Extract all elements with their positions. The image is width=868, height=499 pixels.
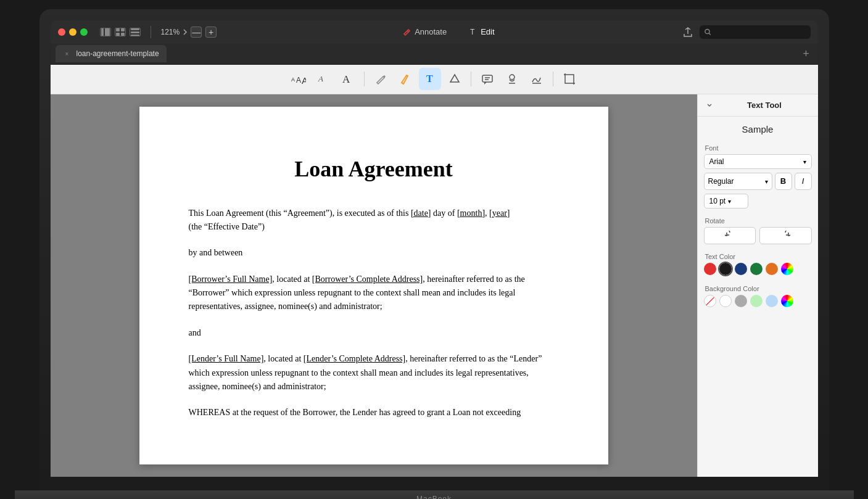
font-style-dropdown[interactable]: Regular — [704, 173, 772, 190]
text-tool-button[interactable]: T — [419, 68, 441, 90]
text-color-black[interactable] — [719, 263, 732, 275]
text-color-green[interactable] — [750, 263, 763, 275]
paragraph-2: by and between — [189, 246, 559, 260]
grid-view-icon[interactable] — [115, 28, 126, 36]
zoom-level: 121% — [161, 28, 180, 36]
document-tab[interactable]: × loan-agreement-template — [56, 45, 167, 62]
divider — [151, 26, 151, 38]
rotate-section-label: Rotate — [698, 212, 818, 227]
svg-line-18 — [402, 83, 403, 84]
tab-add-button[interactable]: + — [800, 47, 813, 60]
svg-rect-5 — [121, 33, 125, 36]
panel-sample-text: Sample — [698, 117, 818, 139]
svg-rect-3 — [121, 28, 125, 31]
paragraph-5: [Lender’s Full Name], located at [Lender… — [189, 352, 559, 394]
svg-line-9 — [407, 31, 408, 32]
text-color-orange[interactable] — [766, 263, 778, 275]
rotate-controls — [704, 227, 812, 244]
text-color-swatches — [704, 263, 812, 275]
pencil-tool-button[interactable] — [370, 68, 392, 90]
text-resize-tool-button[interactable]: A A A — [287, 68, 310, 90]
svg-point-11 — [705, 29, 709, 33]
svg-text:T: T — [470, 28, 475, 36]
font-family-dropdown[interactable]: Arial — [704, 154, 812, 169]
font-style-value: Regular — [708, 177, 734, 186]
bg-color-none[interactable] — [704, 295, 716, 307]
svg-rect-7 — [131, 31, 139, 33]
close-button[interactable] — [58, 28, 65, 36]
list-view-icon[interactable] — [130, 28, 141, 36]
svg-line-12 — [709, 33, 711, 35]
font-section-label: Font — [698, 139, 818, 154]
svg-rect-4 — [116, 33, 120, 36]
text-color-section-label: Text Color — [698, 248, 818, 263]
search-input[interactable] — [714, 28, 805, 36]
bg-color-light-blue[interactable] — [766, 295, 778, 307]
toolbar-separator-2 — [471, 72, 471, 86]
pdf-title: Loan Agreement — [189, 156, 559, 182]
tab-close-button[interactable]: × — [63, 49, 72, 58]
zoom-control: 121% — + — [161, 27, 217, 38]
pdf-viewer[interactable]: Loan Agreement This Loan Agreement (this… — [51, 94, 697, 477]
small-text-tool-button[interactable]: A — [312, 68, 334, 90]
bg-color-light-green[interactable] — [750, 295, 763, 307]
annotate-button[interactable]: Annotate — [398, 25, 452, 38]
zoom-increase-button[interactable]: + — [205, 27, 217, 38]
minimize-button[interactable] — [69, 28, 76, 36]
bold-button[interactable]: B — [775, 173, 792, 190]
bg-color-multicolor[interactable] — [781, 295, 793, 307]
rotate-right-button[interactable] — [759, 227, 812, 244]
sidebar-view-icon[interactable] — [100, 28, 111, 36]
signature-tool-button[interactable] — [526, 68, 548, 90]
highlight-tool-button[interactable] — [394, 68, 416, 90]
comment-tool-button[interactable] — [476, 68, 498, 90]
maximize-button[interactable] — [80, 28, 88, 36]
date-placeholder: [date] — [411, 208, 431, 218]
pdf-page: Loan Agreement This Loan Agreement (this… — [139, 107, 608, 464]
toolbar-separator-3 — [553, 72, 553, 86]
svg-text:A: A — [296, 76, 301, 85]
crop-tool-button[interactable] — [558, 68, 581, 90]
bg-color-section-label: Background Color — [698, 280, 818, 295]
italic-button[interactable]: I — [795, 173, 812, 190]
font-size-dropdown[interactable]: 10 pt — [704, 194, 748, 208]
borrower-name-placeholder: [Borrower’s Full Name] — [189, 274, 273, 284]
rotate-left-button[interactable] — [704, 227, 756, 244]
text-color-red[interactable] — [704, 263, 716, 275]
paragraph-1: This Loan Agreement (this “Agreement”), … — [189, 207, 559, 234]
paragraph-4: and — [189, 326, 559, 340]
svg-rect-28 — [565, 75, 574, 83]
panel-collapse-button[interactable] — [703, 98, 716, 112]
search-icon — [705, 28, 711, 36]
traffic-lights — [58, 28, 88, 36]
title-center: Annotate T Edit — [224, 25, 673, 38]
bg-color-gray[interactable] — [735, 295, 747, 307]
main-content: Loan Agreement This Loan Agreement (this… — [51, 94, 818, 477]
panel-header: Text Tool — [698, 94, 818, 117]
paragraph-6: WHEREAS at the request of the Borrower, … — [189, 406, 559, 419]
bg-color-white[interactable] — [719, 295, 732, 307]
text-color-dark-blue[interactable] — [735, 263, 747, 275]
view-icons — [100, 28, 141, 36]
right-panel: Text Tool Sample Font Arial Regular B I — [697, 94, 818, 477]
svg-text:A: A — [342, 73, 350, 85]
borrower-address-placeholder: [Borrower’s Complete Address] — [312, 274, 423, 284]
text-color-multicolor[interactable] — [781, 263, 793, 275]
font-family-chevron-icon — [803, 157, 806, 166]
svg-rect-6 — [131, 28, 139, 30]
search-bar[interactable] — [700, 25, 811, 39]
edit-button[interactable]: T Edit — [464, 25, 499, 38]
stamp-tool-button[interactable] — [501, 68, 523, 90]
zoom-decrease-button[interactable]: — — [191, 27, 202, 38]
title-right — [681, 25, 811, 39]
svg-rect-21 — [482, 75, 492, 82]
shapes-tool-button[interactable] — [444, 68, 466, 90]
bg-color-swatches — [704, 295, 812, 307]
svg-text:A: A — [291, 76, 295, 83]
large-text-tool-button[interactable]: A — [337, 68, 359, 90]
svg-text:A: A — [318, 74, 323, 83]
tab-label: loan-agreement-template — [76, 49, 159, 58]
svg-rect-8 — [131, 35, 139, 36]
toolbar-separator-1 — [364, 72, 365, 86]
share-button[interactable] — [681, 25, 695, 39]
